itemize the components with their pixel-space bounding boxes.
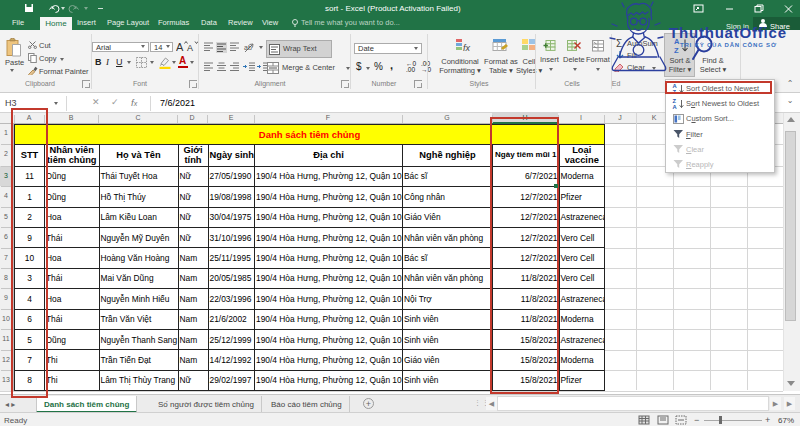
svg-text:A: A — [176, 41, 184, 53]
svg-text:fx: fx — [463, 43, 471, 53]
svg-text:ab: ab — [244, 44, 252, 51]
svg-text:A: A — [673, 103, 678, 109]
svg-text:A: A — [187, 43, 193, 53]
